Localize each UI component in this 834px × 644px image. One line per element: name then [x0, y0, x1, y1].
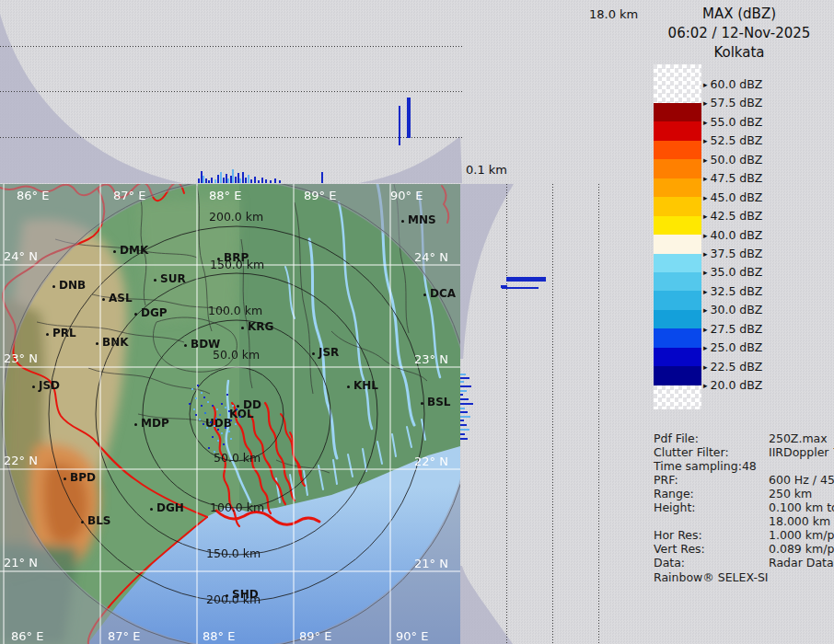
- info-row: Data:Radar Data: [654, 556, 834, 569]
- height-axis-corner: 18.0 km 0.1 km: [460, 0, 650, 184]
- radar-echo-pixel: [206, 427, 208, 429]
- tick-arrow-icon: ▸: [703, 193, 708, 202]
- info-label: Height:: [654, 500, 696, 514]
- height-gridline: [506, 184, 507, 644]
- radar-echo-pixel: [217, 429, 219, 431]
- radar-echo-pixel: [204, 412, 206, 414]
- tick-arrow-icon: ▸: [703, 174, 708, 183]
- city-label-JSD: JSD: [39, 380, 60, 391]
- grid-label: 89° E: [299, 630, 331, 642]
- height-axis-min-label: 0.1 km: [466, 163, 507, 177]
- colorbar-tick-label: ▸60.0 dBZ: [703, 77, 762, 91]
- radar-echo-pixel: [195, 414, 197, 416]
- city-marker-DCA: [423, 293, 426, 296]
- colorbar-tick-label: ▸37.5 dBZ: [703, 247, 762, 260]
- city-marker-SHD: [226, 594, 228, 597]
- colorbar-tick-label: ▸40.0 dBZ: [703, 228, 762, 242]
- radar-echo-pixel: [214, 425, 215, 427]
- radar-echo-pixel: [217, 440, 219, 442]
- city-label-BLS: BLS: [87, 515, 110, 526]
- colorbar-band: [654, 216, 701, 236]
- radar-echo-pixel: [189, 403, 191, 405]
- range-ring-label: 150.0 km: [206, 548, 261, 560]
- info-row: Hor Res:1.000 km/pixel: [654, 528, 834, 542]
- colorbar-tick-label: ▸20.0 dBZ: [703, 378, 762, 392]
- echo-side-bar: [460, 408, 465, 409]
- echo-side-bar: [460, 416, 470, 418]
- grid-label: 24° N: [414, 251, 448, 263]
- echo-side-bar: [460, 390, 467, 392]
- tick-arrow-icon: ▸: [703, 80, 708, 89]
- echo-column-bar: [407, 98, 411, 138]
- city-label-BPD: BPD: [70, 472, 96, 483]
- info-value: 600 Hz / 450 Hz: [769, 473, 834, 487]
- radar-echo-pixel: [207, 401, 209, 403]
- tick-arrow-icon: ▸: [703, 305, 708, 315]
- tick-arrow-icon: ▸: [703, 268, 708, 277]
- echo-top-bar: [214, 179, 216, 183]
- colorbar-tick-label: ▸57.5 dBZ: [703, 96, 762, 109]
- city-label-BSL: BSL: [427, 397, 450, 408]
- echo-top-bar: [321, 172, 323, 183]
- colorbar-band: [654, 328, 701, 348]
- colorbar-tick-label: ▸55.0 dBZ: [703, 115, 762, 129]
- radar-echo-pixel: [228, 410, 230, 412]
- colorbar-band: [654, 141, 701, 160]
- echo-top-bar: [220, 172, 222, 183]
- radar-echo-pixel: [212, 405, 214, 407]
- height-gridline: [598, 184, 599, 644]
- city-label-MDP: MDP: [141, 418, 169, 429]
- echo-top-bar: [239, 178, 241, 183]
- radar-echo-pixel: [219, 414, 221, 416]
- grid-label: 87° E: [108, 630, 140, 642]
- echo-side-bar: [460, 424, 467, 426]
- city-label-UDB: UDB: [205, 418, 232, 429]
- city-label-KHL: KHL: [353, 380, 378, 391]
- colorbar-band-below-min: [654, 385, 701, 409]
- colorbar-tick-label: ▸22.5 dBZ: [703, 360, 762, 374]
- radar-echo-pixel: [223, 443, 225, 445]
- radar-echo-pixel: [221, 432, 223, 434]
- range-ring-label: 200.0 km: [209, 212, 263, 224]
- city-label-DMK: DMK: [120, 245, 148, 256]
- city-label-BRP: BRP: [224, 252, 249, 263]
- height-axis-max-label: 18.0 km: [589, 7, 638, 21]
- colorbar-band: [654, 121, 701, 141]
- city-label-KOL: KOL: [229, 408, 254, 420]
- info-label: Time sampling:: [654, 459, 742, 473]
- radar-echo-pixel: [201, 392, 203, 394]
- colorbar-band-above-max: [654, 64, 701, 103]
- colorbar-band: [654, 291, 701, 310]
- tick-arrow-icon: ▸: [703, 136, 708, 145]
- city-label-ASL: ASL: [109, 293, 133, 304]
- echo-side-bar: [460, 381, 464, 383]
- city-marker-BRP: [217, 258, 220, 260]
- range-ring-label: 50.0 km: [213, 350, 260, 362]
- radar-map-canvas[interactable]: 86° E87° E88° E89° E90° E86° E87° E88° E…: [0, 184, 460, 644]
- info-value: Radar Data: [769, 556, 834, 569]
- height-gridline: [0, 91, 462, 92]
- tick-arrow-icon: ▸: [703, 98, 708, 108]
- info-row: Pdf File:250Z.max: [654, 431, 834, 445]
- echo-top-bar: [254, 177, 256, 183]
- radar-echo-pixel: [197, 385, 199, 386]
- colorbar-band: [654, 272, 701, 292]
- info-row: PRF:600 Hz / 450 Hz: [654, 473, 834, 487]
- radar-echo-pixel: [212, 436, 214, 438]
- colorbar-band: [654, 235, 701, 254]
- city-marker-BDW: [184, 344, 187, 347]
- height-gridline: [552, 184, 553, 644]
- city-label-DGP: DGP: [141, 307, 168, 318]
- echo-top-bar: [270, 180, 272, 183]
- tick-arrow-icon: ▸: [703, 212, 708, 221]
- city-marker-ASL: [102, 298, 105, 301]
- grid-label: 86° E: [17, 190, 49, 201]
- city-label-BNK: BNK: [102, 337, 129, 348]
- radar-echo-pixel: [214, 451, 215, 453]
- dbz-colorbar: [654, 64, 701, 408]
- east-height-projection-panel: [460, 184, 646, 644]
- info-label: Clutter Filter:: [654, 445, 729, 459]
- radar-echo-pixel: [221, 403, 223, 405]
- range-ring-label: 100.0 km: [208, 305, 262, 317]
- height-gridline: [0, 46, 462, 47]
